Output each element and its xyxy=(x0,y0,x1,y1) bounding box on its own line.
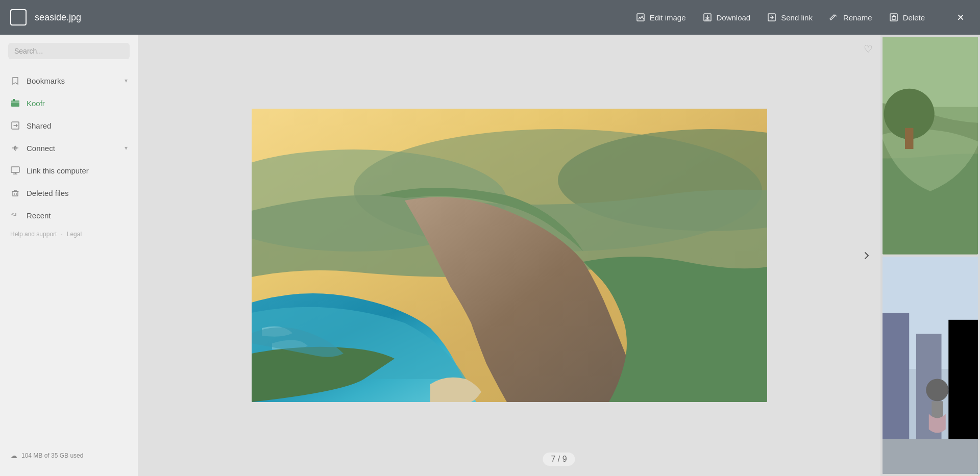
search-input[interactable]: Search... xyxy=(8,43,130,59)
delete-button[interactable]: Delete xyxy=(889,12,925,22)
svg-rect-9 xyxy=(11,167,19,172)
thumbnail-panel xyxy=(880,35,980,476)
next-button[interactable] xyxy=(855,244,878,267)
page-counter: 7 / 9 xyxy=(543,453,575,466)
thumb-2-svg xyxy=(883,257,978,474)
sidebar-item-deleted-files[interactable]: Deleted files xyxy=(0,182,138,204)
sidebar-item-bookmarks[interactable]: Bookmarks ▾ xyxy=(0,69,138,92)
sidebar-item-deleted-files-label: Deleted files xyxy=(27,189,69,197)
thumbnail-1[interactable] xyxy=(883,37,978,255)
app-logo xyxy=(10,9,27,26)
storage-label: 104 MB of 35 GB used xyxy=(21,452,83,459)
topbar-actions: Edit image Download Send link xyxy=(635,8,970,27)
download-icon xyxy=(702,12,713,22)
sidebar-item-connect[interactable]: Connect ▾ xyxy=(0,137,138,159)
shared-icon xyxy=(10,120,20,131)
svg-rect-28 xyxy=(883,439,978,474)
edit-image-button[interactable]: Edit image xyxy=(635,12,686,22)
cloud-icon: ☁ xyxy=(10,452,17,460)
edit-image-icon xyxy=(635,12,646,22)
sidebar-item-link-computer-label: Link this computer xyxy=(27,166,89,175)
connect-arrow: ▾ xyxy=(125,144,128,152)
image-viewer: ♡ xyxy=(138,35,980,476)
main-layout: Search... Bookmarks ▾ Koofr xyxy=(0,35,980,476)
svg-rect-5 xyxy=(11,101,19,107)
thumbnail-2[interactable] xyxy=(883,257,978,474)
sidebar-item-recent[interactable]: Recent xyxy=(0,204,138,227)
seaside-svg xyxy=(252,109,767,402)
download-button[interactable]: Download xyxy=(702,12,751,22)
rename-icon xyxy=(829,12,839,22)
bookmarks-arrow: ▾ xyxy=(125,77,128,84)
sidebar-item-koofr[interactable]: Koofr xyxy=(0,92,138,114)
sidebar-item-shared[interactable]: Shared xyxy=(0,114,138,137)
topbar: seaside.jpg Edit image Download xyxy=(0,0,980,35)
send-link-label: Send link xyxy=(781,13,813,22)
deleted-files-icon xyxy=(10,188,20,198)
delete-label: Delete xyxy=(903,13,925,22)
main-image xyxy=(252,109,767,402)
sidebar-item-link-computer[interactable]: Link this computer xyxy=(0,159,138,182)
storage-info: ☁ 104 MB of 35 GB used xyxy=(10,452,128,460)
svg-rect-18 xyxy=(905,128,914,149)
edit-image-label: Edit image xyxy=(650,13,686,22)
bookmarks-icon xyxy=(10,76,20,86)
sidebar-item-bookmarks-label: Bookmarks xyxy=(27,77,65,85)
main-image-area xyxy=(138,35,880,476)
thumb-1-svg xyxy=(883,37,978,255)
favorite-button[interactable]: ♡ xyxy=(864,43,873,55)
link-computer-icon xyxy=(10,165,20,176)
sidebar-help: Help and support · Legal xyxy=(0,227,138,242)
sidebar-item-recent-label: Recent xyxy=(27,211,51,220)
help-label[interactable]: Help and support xyxy=(10,231,57,238)
svg-point-29 xyxy=(926,379,948,401)
send-link-icon xyxy=(767,12,777,22)
recent-icon xyxy=(10,210,20,220)
topbar-left: seaside.jpg xyxy=(10,9,81,26)
rename-button[interactable]: Rename xyxy=(829,12,872,22)
legal-label[interactable]: Legal xyxy=(67,231,82,238)
rename-label: Rename xyxy=(843,13,872,22)
sidebar: Search... Bookmarks ▾ Koofr xyxy=(0,35,138,476)
koofr-icon xyxy=(10,98,20,108)
sidebar-item-connect-label: Connect xyxy=(27,144,55,153)
close-button[interactable]: × xyxy=(951,8,970,27)
download-label: Download xyxy=(717,13,751,22)
svg-rect-0 xyxy=(637,14,644,21)
svg-rect-6 xyxy=(13,99,15,101)
connect-icon xyxy=(10,143,20,153)
delete-icon xyxy=(889,12,899,22)
sidebar-footer: ☁ 104 MB of 35 GB used xyxy=(0,443,138,468)
sidebar-item-koofr-label: Koofr xyxy=(27,99,45,108)
sidebar-item-shared-label: Shared xyxy=(27,121,51,130)
svg-rect-4 xyxy=(890,14,897,21)
send-link-button[interactable]: Send link xyxy=(767,12,813,22)
filename-label: seaside.jpg xyxy=(35,12,81,23)
